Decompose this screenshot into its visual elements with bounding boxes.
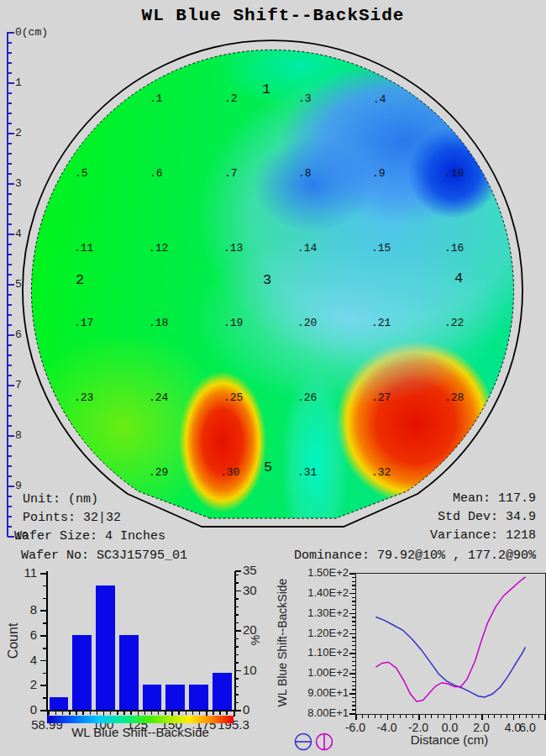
count-axis-tick	[40, 635, 46, 637]
stat-mean: Mean: 117.9	[453, 491, 536, 506]
profile-x-minor-tick	[456, 715, 457, 718]
ruler-label: 7	[15, 379, 22, 391]
value-axis-minor-tick	[55, 711, 57, 715]
profile-y-tick-label: 1.30E+2	[295, 606, 349, 619]
profile-y-minor-tick	[352, 629, 355, 630]
measurement-point-label: .11	[74, 242, 93, 255]
percent-axis-tick	[235, 702, 239, 704]
stat-variance: Variance: 1218	[430, 528, 536, 543]
ruler-tick	[8, 486, 14, 487]
profile-x-minor-tick	[375, 715, 375, 718]
percent-axis-tick	[235, 662, 239, 664]
histogram-percent-axis-label: %	[249, 635, 262, 645]
profile-y-tick-label: 1.00E+2	[295, 666, 349, 679]
profile-y-minor-tick	[352, 601, 355, 601]
profile-y-minor-tick	[352, 589, 355, 590]
ruler-tick	[8, 62, 12, 64]
value-axis-minor-tick	[226, 711, 228, 715]
profile-x-minor-tick	[368, 715, 369, 718]
profile-x-minor-tick	[463, 715, 464, 718]
profile-y-minor-tick	[352, 621, 355, 622]
percent-axis-tick-label: 35	[243, 563, 257, 577]
value-axis-minor-tick	[97, 711, 98, 715]
percent-axis-tick-label: 10	[243, 663, 257, 677]
value-axis-minor-tick	[49, 711, 50, 715]
profile-y-tick	[349, 693, 355, 695]
value-axis-minor-tick	[69, 711, 71, 715]
ruler-tick	[8, 365, 12, 366]
histogram-bar	[189, 685, 208, 710]
ruler-tick	[8, 244, 12, 245]
percent-axis-tick	[235, 622, 239, 624]
count-axis-tick	[40, 710, 46, 711]
profile-x-tick	[387, 715, 389, 720]
profile-y-minor-tick	[352, 709, 355, 710]
profile-x-tick	[418, 715, 420, 720]
value-axis-minor-tick	[130, 711, 132, 715]
ruler-tick	[8, 344, 12, 346]
ruler-label: 9	[15, 480, 22, 492]
measurement-point-label: .1	[150, 92, 163, 105]
colorbar-gradient	[47, 716, 234, 723]
wafer-map: .1.2.3.4.5.6.7.8.9.10.11.12.13.14.15.16.…	[23, 40, 523, 541]
percent-axis-tick	[235, 678, 239, 680]
profile-y-tick-label: 9.00E+1	[295, 686, 349, 699]
percent-axis-tick	[235, 606, 239, 608]
percent-axis-tick	[235, 686, 239, 688]
measurement-point-label: .9	[372, 167, 386, 180]
profile-y-minor-tick	[352, 609, 355, 610]
measurement-point-label: .6	[150, 167, 163, 180]
measurement-point-label: .8	[298, 167, 312, 180]
ruler-tick	[8, 425, 12, 427]
percent-axis-tick	[235, 614, 239, 616]
profile-y-minor-tick	[352, 661, 355, 662]
count-axis-tick	[43, 622, 46, 624]
profile-y-minor-tick	[352, 677, 355, 678]
profile-y-minor-tick	[352, 641, 355, 642]
profile-y-minor-tick	[352, 669, 355, 670]
ruler-label: 3	[15, 177, 22, 190]
zone-label: 5	[264, 459, 272, 475]
ruler-tick	[8, 223, 12, 225]
ruler-tick	[8, 52, 12, 54]
ruler-tick	[8, 264, 12, 265]
measurement-point-label: .26	[297, 391, 317, 404]
measurement-point-label: .20	[297, 317, 317, 329]
measurement-point-label: .18	[149, 317, 168, 329]
percent-axis-tick	[235, 630, 241, 632]
measurement-point-label: .14	[297, 242, 317, 255]
ruler-tick	[8, 183, 14, 185]
profile-y-minor-tick	[352, 581, 355, 582]
histogram-bar	[72, 635, 92, 710]
ruler-label: 0(cm)	[15, 26, 48, 39]
percent-axis-tick-label: 30	[243, 583, 257, 597]
profile-x-minor-tick	[425, 715, 426, 718]
measurement-point-label: .28	[444, 391, 464, 404]
value-axis-minor-tick	[199, 711, 201, 715]
profile-x-minor-tick	[475, 715, 476, 718]
measurement-point-label: .23	[74, 391, 93, 404]
profile-x-tick	[450, 715, 452, 720]
ruler-tick	[8, 324, 12, 326]
profile-y-tick	[349, 713, 355, 715]
profile-legend	[292, 731, 339, 753]
ruler-tick	[8, 82, 14, 84]
count-axis-tick-label: 2	[12, 677, 37, 691]
value-axis-minor-tick	[62, 711, 64, 715]
ruler-tick	[8, 415, 12, 417]
profile-y-minor-tick	[352, 681, 355, 682]
count-axis-tick	[43, 598, 46, 600]
stat-unit: Unit: (nm)	[23, 492, 98, 507]
profile-x-minor-tick	[431, 715, 432, 718]
value-axis-minor-tick	[165, 711, 166, 715]
zone-label: 2	[76, 272, 84, 288]
profile-y-minor-tick	[352, 645, 355, 646]
percent-axis-tick	[235, 570, 241, 572]
profile-y-minor-tick	[352, 597, 355, 598]
profile-y-minor-tick	[352, 697, 355, 698]
ruler-tick	[8, 193, 12, 195]
ruler-tick	[8, 133, 14, 134]
profile-y-minor-tick	[352, 625, 355, 626]
ruler-tick	[8, 455, 12, 457]
profile-x-minor-tick	[412, 715, 413, 718]
